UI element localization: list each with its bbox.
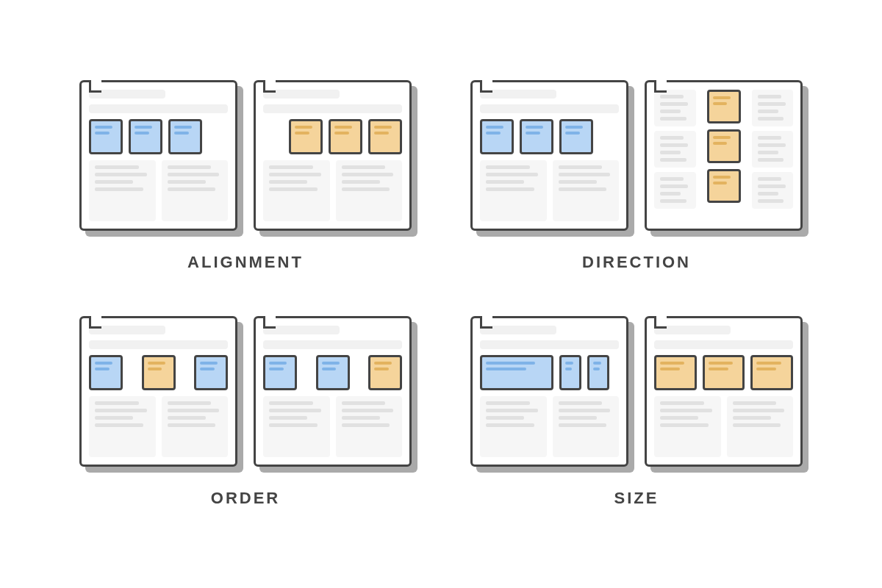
text-placeholder-line (89, 326, 165, 334)
feature-box-row (89, 355, 228, 390)
text-placeholder-block (480, 160, 547, 221)
feature-box-row (263, 119, 402, 154)
feature-box-orange (329, 119, 362, 154)
text-placeholder-block (336, 160, 403, 221)
wireframe-card (254, 80, 412, 231)
feature-box-blue (129, 119, 162, 154)
concept-label-alignment: ALIGNMENT (187, 253, 304, 272)
text-placeholder-block (654, 172, 696, 209)
feature-box-blue (480, 119, 514, 154)
feature-box-blue (89, 355, 123, 390)
feature-box-blue (316, 355, 350, 390)
feature-box-orange (703, 355, 745, 390)
text-placeholder-block (654, 90, 696, 126)
text-placeholder-block (727, 396, 794, 457)
concept-size: SIZE (470, 316, 803, 508)
text-placeholder-block (336, 396, 403, 457)
text-blocks-row (654, 396, 793, 457)
feature-box-column (702, 90, 746, 221)
text-placeholder-block (89, 160, 156, 221)
text-placeholder-block (263, 160, 330, 221)
text-placeholder-line (654, 340, 793, 349)
concept-alignment: ALIGNMENT (79, 80, 412, 272)
feature-box-orange (289, 119, 323, 154)
concept-label-size: SIZE (614, 489, 659, 508)
wireframe-card (79, 316, 237, 467)
wireframe-pair (79, 316, 412, 467)
feature-box-row (480, 119, 619, 154)
text-placeholder-line (263, 104, 402, 113)
text-blocks-row (263, 160, 402, 221)
feature-box-row (654, 355, 793, 390)
concept-direction: DIRECTION (470, 80, 803, 272)
text-placeholder-line (89, 104, 228, 113)
text-placeholder-line (480, 326, 556, 334)
wireframe-pair (470, 316, 803, 467)
text-placeholder-line (89, 90, 165, 98)
layout-concepts-grid: ALIGNMENTDIRECTIONORDERSIZE (50, 51, 832, 537)
text-placeholder-block (89, 396, 156, 457)
text-placeholder-block (263, 396, 330, 457)
feature-box-blue (194, 355, 228, 390)
text-placeholder-line (263, 90, 340, 98)
text-blocks-row (89, 396, 228, 457)
text-placeholder-block (654, 396, 721, 457)
concept-label-direction: DIRECTION (582, 253, 691, 272)
text-blocks-row (89, 160, 228, 221)
text-placeholder-line (263, 326, 340, 334)
feature-box-blue (520, 119, 553, 154)
wireframe-pair (470, 80, 803, 231)
feature-box-orange (707, 90, 741, 123)
text-placeholder-block (752, 90, 794, 126)
text-placeholder-line (480, 104, 619, 113)
text-placeholder-line (480, 340, 619, 349)
text-placeholder-line (654, 326, 731, 334)
feature-box-orange (707, 129, 741, 163)
feature-box-orange (654, 355, 697, 390)
feature-box-blue (480, 355, 553, 390)
feature-box-row (263, 355, 402, 390)
feature-box-orange (142, 355, 176, 390)
concept-label-order: ORDER (211, 489, 280, 508)
wireframe-card (645, 316, 803, 467)
feature-box-orange (368, 355, 402, 390)
wireframe-card (470, 316, 628, 467)
text-placeholder-block (654, 131, 696, 168)
text-placeholder-block (162, 396, 229, 457)
wireframe-pair (79, 80, 412, 231)
feature-box-orange (707, 169, 741, 203)
text-blocks-row (263, 396, 402, 457)
text-placeholder-block (752, 172, 794, 209)
text-placeholder-line (263, 340, 402, 349)
text-placeholder-line (89, 340, 228, 349)
feature-box-blue (559, 119, 593, 154)
feature-box-blue (168, 119, 202, 154)
feature-box-orange (750, 355, 793, 390)
text-blocks-row (480, 396, 619, 457)
concept-order: ORDER (79, 316, 412, 508)
feature-box-row (480, 355, 619, 390)
text-blocks-row (480, 160, 619, 221)
wireframe-card (470, 80, 628, 231)
feature-box-row (89, 119, 228, 154)
text-placeholder-block (480, 396, 547, 457)
text-placeholder-block (553, 396, 620, 457)
feature-box-blue (587, 355, 609, 390)
feature-box-orange (368, 119, 402, 154)
wireframe-card (254, 316, 412, 467)
feature-box-blue (89, 119, 123, 154)
text-placeholder-block (752, 131, 794, 168)
wireframe-card (79, 80, 237, 231)
text-placeholder-block (553, 160, 620, 221)
text-placeholder-line (480, 90, 556, 98)
wireframe-card (645, 80, 803, 231)
text-placeholder-block (162, 160, 229, 221)
feature-box-blue (559, 355, 581, 390)
feature-box-blue (263, 355, 297, 390)
